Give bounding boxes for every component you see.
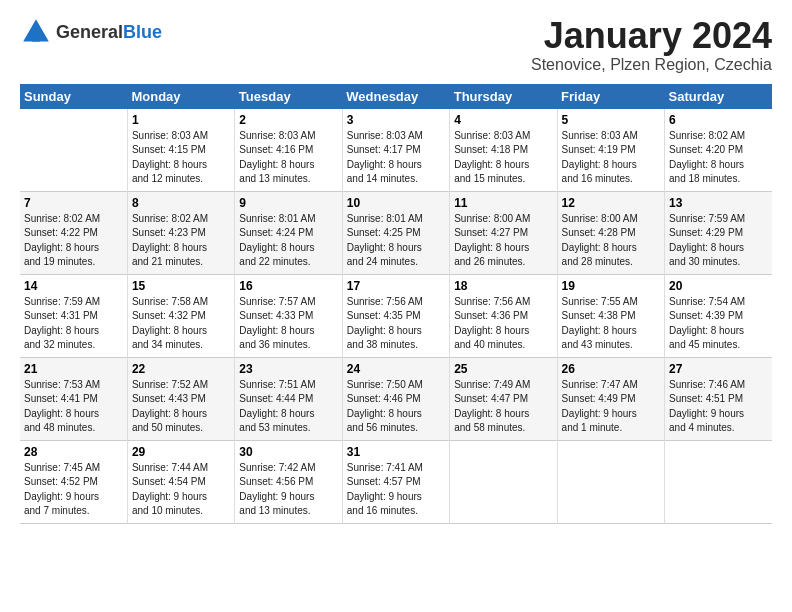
day-info: Sunrise: 7:45 AM Sunset: 4:52 PM Dayligh… <box>24 461 123 519</box>
calendar-cell: 13Sunrise: 7:59 AM Sunset: 4:29 PM Dayli… <box>665 191 772 274</box>
calendar-cell: 6Sunrise: 8:02 AM Sunset: 4:20 PM Daylig… <box>665 109 772 192</box>
day-number: 11 <box>454 196 552 210</box>
day-number: 26 <box>562 362 660 376</box>
calendar-cell: 24Sunrise: 7:50 AM Sunset: 4:46 PM Dayli… <box>342 357 449 440</box>
calendar-cell <box>665 440 772 523</box>
day-info: Sunrise: 7:54 AM Sunset: 4:39 PM Dayligh… <box>669 295 768 353</box>
day-info: Sunrise: 7:53 AM Sunset: 4:41 PM Dayligh… <box>24 378 123 436</box>
day-info: Sunrise: 8:02 AM Sunset: 4:20 PM Dayligh… <box>669 129 768 187</box>
day-info: Sunrise: 7:46 AM Sunset: 4:51 PM Dayligh… <box>669 378 768 436</box>
day-number: 4 <box>454 113 552 127</box>
day-info: Sunrise: 7:56 AM Sunset: 4:35 PM Dayligh… <box>347 295 445 353</box>
calendar-cell: 11Sunrise: 8:00 AM Sunset: 4:27 PM Dayli… <box>450 191 557 274</box>
day-info: Sunrise: 8:01 AM Sunset: 4:24 PM Dayligh… <box>239 212 337 270</box>
day-number: 9 <box>239 196 337 210</box>
day-info: Sunrise: 7:47 AM Sunset: 4:49 PM Dayligh… <box>562 378 660 436</box>
calendar-row-4: 28Sunrise: 7:45 AM Sunset: 4:52 PM Dayli… <box>20 440 772 523</box>
calendar-cell: 7Sunrise: 8:02 AM Sunset: 4:22 PM Daylig… <box>20 191 127 274</box>
calendar-cell: 4Sunrise: 8:03 AM Sunset: 4:18 PM Daylig… <box>450 109 557 192</box>
calendar-row-1: 7Sunrise: 8:02 AM Sunset: 4:22 PM Daylig… <box>20 191 772 274</box>
calendar-cell: 22Sunrise: 7:52 AM Sunset: 4:43 PM Dayli… <box>127 357 234 440</box>
calendar-cell: 19Sunrise: 7:55 AM Sunset: 4:38 PM Dayli… <box>557 274 664 357</box>
day-number: 28 <box>24 445 123 459</box>
calendar-cell: 27Sunrise: 7:46 AM Sunset: 4:51 PM Dayli… <box>665 357 772 440</box>
weekday-header-thursday: Thursday <box>450 84 557 109</box>
day-number: 22 <box>132 362 230 376</box>
calendar-cell <box>20 109 127 192</box>
logo-icon <box>20 16 52 48</box>
day-info: Sunrise: 8:03 AM Sunset: 4:16 PM Dayligh… <box>239 129 337 187</box>
day-info: Sunrise: 8:00 AM Sunset: 4:27 PM Dayligh… <box>454 212 552 270</box>
day-number: 30 <box>239 445 337 459</box>
logo-blue: Blue <box>123 22 162 42</box>
calendar-row-2: 14Sunrise: 7:59 AM Sunset: 4:31 PM Dayli… <box>20 274 772 357</box>
calendar-cell: 9Sunrise: 8:01 AM Sunset: 4:24 PM Daylig… <box>235 191 342 274</box>
calendar-title: January 2024 <box>531 16 772 56</box>
day-number: 7 <box>24 196 123 210</box>
calendar-cell: 10Sunrise: 8:01 AM Sunset: 4:25 PM Dayli… <box>342 191 449 274</box>
day-info: Sunrise: 7:51 AM Sunset: 4:44 PM Dayligh… <box>239 378 337 436</box>
day-number: 19 <box>562 279 660 293</box>
logo-general: General <box>56 22 123 42</box>
calendar-cell: 28Sunrise: 7:45 AM Sunset: 4:52 PM Dayli… <box>20 440 127 523</box>
page: GeneralBlue January 2024 Stenovice, Plze… <box>0 0 792 534</box>
calendar-cell: 31Sunrise: 7:41 AM Sunset: 4:57 PM Dayli… <box>342 440 449 523</box>
day-info: Sunrise: 7:41 AM Sunset: 4:57 PM Dayligh… <box>347 461 445 519</box>
weekday-header-wednesday: Wednesday <box>342 84 449 109</box>
calendar-cell: 26Sunrise: 7:47 AM Sunset: 4:49 PM Dayli… <box>557 357 664 440</box>
day-number: 1 <box>132 113 230 127</box>
weekday-header-tuesday: Tuesday <box>235 84 342 109</box>
title-block: January 2024 Stenovice, Plzen Region, Cz… <box>531 16 772 74</box>
day-info: Sunrise: 7:57 AM Sunset: 4:33 PM Dayligh… <box>239 295 337 353</box>
day-info: Sunrise: 7:50 AM Sunset: 4:46 PM Dayligh… <box>347 378 445 436</box>
calendar-location: Stenovice, Plzen Region, Czechia <box>531 56 772 74</box>
weekday-header-sunday: Sunday <box>20 84 127 109</box>
calendar-cell: 14Sunrise: 7:59 AM Sunset: 4:31 PM Dayli… <box>20 274 127 357</box>
calendar-cell: 3Sunrise: 8:03 AM Sunset: 4:17 PM Daylig… <box>342 109 449 192</box>
calendar-cell: 2Sunrise: 8:03 AM Sunset: 4:16 PM Daylig… <box>235 109 342 192</box>
calendar-table: SundayMondayTuesdayWednesdayThursdayFrid… <box>20 84 772 524</box>
day-number: 18 <box>454 279 552 293</box>
day-number: 24 <box>347 362 445 376</box>
day-number: 25 <box>454 362 552 376</box>
day-info: Sunrise: 7:59 AM Sunset: 4:29 PM Dayligh… <box>669 212 768 270</box>
day-number: 27 <box>669 362 768 376</box>
calendar-cell: 21Sunrise: 7:53 AM Sunset: 4:41 PM Dayli… <box>20 357 127 440</box>
day-info: Sunrise: 7:52 AM Sunset: 4:43 PM Dayligh… <box>132 378 230 436</box>
calendar-cell: 18Sunrise: 7:56 AM Sunset: 4:36 PM Dayli… <box>450 274 557 357</box>
day-info: Sunrise: 7:56 AM Sunset: 4:36 PM Dayligh… <box>454 295 552 353</box>
calendar-cell <box>450 440 557 523</box>
day-info: Sunrise: 7:44 AM Sunset: 4:54 PM Dayligh… <box>132 461 230 519</box>
day-info: Sunrise: 7:59 AM Sunset: 4:31 PM Dayligh… <box>24 295 123 353</box>
logo-text: GeneralBlue <box>56 22 162 43</box>
calendar-cell: 29Sunrise: 7:44 AM Sunset: 4:54 PM Dayli… <box>127 440 234 523</box>
calendar-cell: 8Sunrise: 8:02 AM Sunset: 4:23 PM Daylig… <box>127 191 234 274</box>
day-info: Sunrise: 8:00 AM Sunset: 4:28 PM Dayligh… <box>562 212 660 270</box>
weekday-header-friday: Friday <box>557 84 664 109</box>
day-info: Sunrise: 7:42 AM Sunset: 4:56 PM Dayligh… <box>239 461 337 519</box>
day-info: Sunrise: 8:03 AM Sunset: 4:18 PM Dayligh… <box>454 129 552 187</box>
calendar-cell: 12Sunrise: 8:00 AM Sunset: 4:28 PM Dayli… <box>557 191 664 274</box>
header: GeneralBlue January 2024 Stenovice, Plze… <box>20 16 772 74</box>
day-number: 17 <box>347 279 445 293</box>
weekday-header-row: SundayMondayTuesdayWednesdayThursdayFrid… <box>20 84 772 109</box>
day-number: 16 <box>239 279 337 293</box>
day-number: 3 <box>347 113 445 127</box>
day-info: Sunrise: 8:03 AM Sunset: 4:19 PM Dayligh… <box>562 129 660 187</box>
day-info: Sunrise: 7:49 AM Sunset: 4:47 PM Dayligh… <box>454 378 552 436</box>
day-info: Sunrise: 8:01 AM Sunset: 4:25 PM Dayligh… <box>347 212 445 270</box>
day-info: Sunrise: 8:02 AM Sunset: 4:22 PM Dayligh… <box>24 212 123 270</box>
day-number: 29 <box>132 445 230 459</box>
day-number: 15 <box>132 279 230 293</box>
day-info: Sunrise: 8:03 AM Sunset: 4:17 PM Dayligh… <box>347 129 445 187</box>
calendar-row-3: 21Sunrise: 7:53 AM Sunset: 4:41 PM Dayli… <box>20 357 772 440</box>
day-number: 23 <box>239 362 337 376</box>
calendar-cell: 30Sunrise: 7:42 AM Sunset: 4:56 PM Dayli… <box>235 440 342 523</box>
day-number: 5 <box>562 113 660 127</box>
calendar-cell: 5Sunrise: 8:03 AM Sunset: 4:19 PM Daylig… <box>557 109 664 192</box>
day-info: Sunrise: 8:03 AM Sunset: 4:15 PM Dayligh… <box>132 129 230 187</box>
calendar-cell: 17Sunrise: 7:56 AM Sunset: 4:35 PM Dayli… <box>342 274 449 357</box>
logo: GeneralBlue <box>20 16 162 48</box>
day-number: 12 <box>562 196 660 210</box>
calendar-cell: 25Sunrise: 7:49 AM Sunset: 4:47 PM Dayli… <box>450 357 557 440</box>
